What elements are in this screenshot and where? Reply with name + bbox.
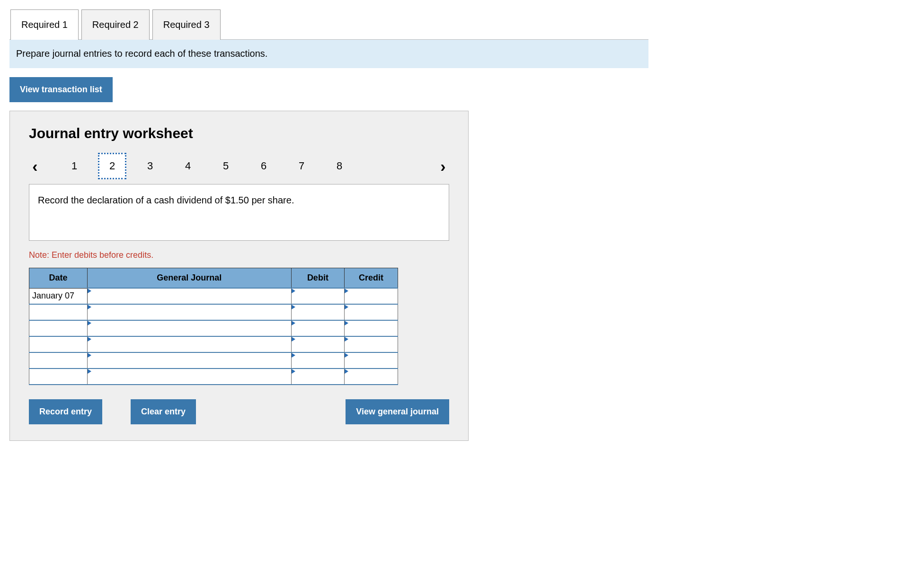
worksheet-panel: Journal entry worksheet ‹ 1 2 3 4 5 6 7 …: [9, 111, 469, 441]
credit-cell[interactable]: [345, 336, 398, 352]
pager: ‹ 1 2 3 4 5 6 7 8 ›: [29, 153, 449, 179]
date-cell[interactable]: [29, 336, 88, 352]
credit-cell[interactable]: [345, 320, 398, 336]
record-entry-button[interactable]: Record entry: [29, 399, 102, 424]
page-8[interactable]: 8: [325, 153, 354, 179]
date-cell[interactable]: [29, 304, 88, 320]
credit-cell[interactable]: [345, 352, 398, 369]
page-7[interactable]: 7: [287, 153, 316, 179]
page-2[interactable]: 2: [98, 153, 126, 179]
gj-cell[interactable]: [88, 320, 292, 336]
table-row: [29, 304, 398, 320]
debit-cell[interactable]: [291, 304, 345, 320]
page-6[interactable]: 6: [249, 153, 278, 179]
gj-cell[interactable]: [88, 304, 292, 320]
table-row: January 07: [29, 288, 398, 304]
debit-cell[interactable]: [291, 320, 345, 336]
table-row: [29, 369, 398, 385]
debit-cell[interactable]: [291, 288, 345, 304]
gj-cell[interactable]: [88, 288, 292, 304]
page-5[interactable]: 5: [212, 153, 240, 179]
page-3[interactable]: 3: [136, 153, 164, 179]
next-arrow-icon[interactable]: ›: [437, 157, 449, 176]
header-debit: Debit: [291, 268, 345, 289]
date-cell[interactable]: [29, 352, 88, 369]
date-cell[interactable]: [29, 369, 88, 385]
prev-arrow-icon[interactable]: ‹: [29, 157, 41, 176]
table-row: [29, 336, 398, 352]
table-row: [29, 320, 398, 336]
credit-cell[interactable]: [345, 288, 398, 304]
table-row: [29, 352, 398, 369]
header-general-journal: General Journal: [88, 268, 292, 289]
page-4[interactable]: 4: [174, 153, 202, 179]
gj-cell[interactable]: [88, 369, 292, 385]
debit-cell[interactable]: [291, 369, 345, 385]
journal-table: Date General Journal Debit Credit Januar…: [29, 268, 398, 385]
view-transaction-list-button[interactable]: View transaction list: [9, 77, 113, 102]
header-date: Date: [29, 268, 88, 289]
header-credit: Credit: [345, 268, 398, 289]
gj-cell[interactable]: [88, 352, 292, 369]
instruction-text: Prepare journal entries to record each o…: [9, 39, 648, 68]
tab-required-1[interactable]: Required 1: [10, 9, 79, 40]
bottom-button-row: Record entry Clear entry View general jo…: [29, 399, 449, 424]
credit-cell[interactable]: [345, 369, 398, 385]
tabs: Required 1 Required 2 Required 3: [9, 9, 648, 40]
page-numbers: 1 2 3 4 5 6 7 8: [55, 153, 354, 179]
clear-entry-button[interactable]: Clear entry: [131, 399, 196, 424]
credit-cell[interactable]: [345, 304, 398, 320]
debit-cell[interactable]: [291, 352, 345, 369]
page-1[interactable]: 1: [60, 153, 89, 179]
prompt-text: Record the declaration of a cash dividen…: [29, 184, 449, 241]
tab-required-2[interactable]: Required 2: [81, 9, 150, 40]
debit-cell[interactable]: [291, 336, 345, 352]
worksheet-title: Journal entry worksheet: [29, 125, 449, 141]
note-text: Note: Enter debits before credits.: [29, 250, 449, 260]
date-cell[interactable]: [29, 320, 88, 336]
tab-required-3[interactable]: Required 3: [152, 9, 221, 40]
view-general-journal-button[interactable]: View general journal: [346, 399, 449, 424]
date-cell[interactable]: January 07: [29, 288, 88, 304]
gj-cell[interactable]: [88, 336, 292, 352]
